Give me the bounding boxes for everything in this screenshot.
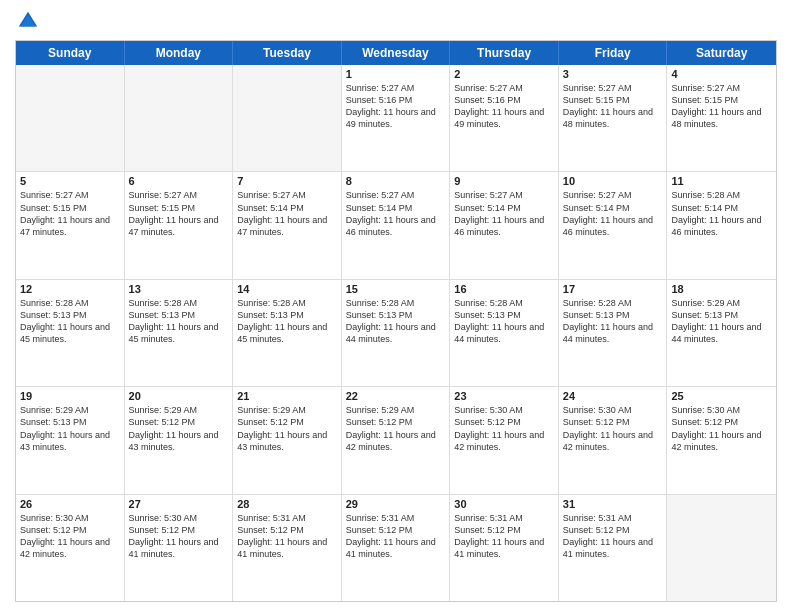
calendar-cell: 14Sunrise: 5:28 AMSunset: 5:13 PMDayligh… (233, 280, 342, 386)
calendar-cell: 12Sunrise: 5:28 AMSunset: 5:13 PMDayligh… (16, 280, 125, 386)
day-number: 30 (454, 498, 554, 510)
day-number: 13 (129, 283, 229, 295)
calendar-cell: 2Sunrise: 5:27 AMSunset: 5:16 PMDaylight… (450, 65, 559, 171)
cell-text: Sunrise: 5:29 AMSunset: 5:12 PMDaylight:… (346, 404, 446, 453)
calendar-cell: 18Sunrise: 5:29 AMSunset: 5:13 PMDayligh… (667, 280, 776, 386)
calendar-cell: 28Sunrise: 5:31 AMSunset: 5:12 PMDayligh… (233, 495, 342, 601)
day-number: 9 (454, 175, 554, 187)
calendar-row: 1Sunrise: 5:27 AMSunset: 5:16 PMDaylight… (16, 65, 776, 172)
day-number: 8 (346, 175, 446, 187)
cell-text: Sunrise: 5:28 AMSunset: 5:13 PMDaylight:… (563, 297, 663, 346)
calendar: SundayMondayTuesdayWednesdayThursdayFrid… (15, 40, 777, 602)
calendar-cell: 17Sunrise: 5:28 AMSunset: 5:13 PMDayligh… (559, 280, 668, 386)
day-number: 28 (237, 498, 337, 510)
cell-text: Sunrise: 5:30 AMSunset: 5:12 PMDaylight:… (129, 512, 229, 561)
page: SundayMondayTuesdayWednesdayThursdayFrid… (0, 0, 792, 612)
calendar-cell (667, 495, 776, 601)
cell-text: Sunrise: 5:30 AMSunset: 5:12 PMDaylight:… (454, 404, 554, 453)
calendar-cell: 26Sunrise: 5:30 AMSunset: 5:12 PMDayligh… (16, 495, 125, 601)
day-number: 7 (237, 175, 337, 187)
day-number: 18 (671, 283, 772, 295)
calendar-header-cell: Friday (559, 41, 668, 65)
cell-text: Sunrise: 5:28 AMSunset: 5:13 PMDaylight:… (129, 297, 229, 346)
cell-text: Sunrise: 5:27 AMSunset: 5:14 PMDaylight:… (563, 189, 663, 238)
calendar-cell: 24Sunrise: 5:30 AMSunset: 5:12 PMDayligh… (559, 387, 668, 493)
calendar-cell: 23Sunrise: 5:30 AMSunset: 5:12 PMDayligh… (450, 387, 559, 493)
cell-text: Sunrise: 5:31 AMSunset: 5:12 PMDaylight:… (346, 512, 446, 561)
day-number: 16 (454, 283, 554, 295)
day-number: 19 (20, 390, 120, 402)
day-number: 27 (129, 498, 229, 510)
calendar-cell: 30Sunrise: 5:31 AMSunset: 5:12 PMDayligh… (450, 495, 559, 601)
calendar-header-cell: Tuesday (233, 41, 342, 65)
cell-text: Sunrise: 5:30 AMSunset: 5:12 PMDaylight:… (563, 404, 663, 453)
cell-text: Sunrise: 5:28 AMSunset: 5:13 PMDaylight:… (237, 297, 337, 346)
calendar-header-cell: Sunday (16, 41, 125, 65)
calendar-body: 1Sunrise: 5:27 AMSunset: 5:16 PMDaylight… (16, 65, 776, 601)
calendar-cell: 5Sunrise: 5:27 AMSunset: 5:15 PMDaylight… (16, 172, 125, 278)
day-number: 1 (346, 68, 446, 80)
cell-text: Sunrise: 5:27 AMSunset: 5:15 PMDaylight:… (671, 82, 772, 131)
cell-text: Sunrise: 5:31 AMSunset: 5:12 PMDaylight:… (563, 512, 663, 561)
cell-text: Sunrise: 5:27 AMSunset: 5:16 PMDaylight:… (346, 82, 446, 131)
logo-icon (17, 10, 39, 32)
calendar-cell: 11Sunrise: 5:28 AMSunset: 5:14 PMDayligh… (667, 172, 776, 278)
day-number: 22 (346, 390, 446, 402)
cell-text: Sunrise: 5:27 AMSunset: 5:15 PMDaylight:… (129, 189, 229, 238)
calendar-cell (233, 65, 342, 171)
cell-text: Sunrise: 5:28 AMSunset: 5:14 PMDaylight:… (671, 189, 772, 238)
calendar-cell: 8Sunrise: 5:27 AMSunset: 5:14 PMDaylight… (342, 172, 451, 278)
day-number: 3 (563, 68, 663, 80)
day-number: 14 (237, 283, 337, 295)
cell-text: Sunrise: 5:28 AMSunset: 5:13 PMDaylight:… (346, 297, 446, 346)
header (15, 10, 777, 32)
calendar-header-cell: Saturday (667, 41, 776, 65)
cell-text: Sunrise: 5:31 AMSunset: 5:12 PMDaylight:… (454, 512, 554, 561)
cell-text: Sunrise: 5:27 AMSunset: 5:15 PMDaylight:… (563, 82, 663, 131)
cell-text: Sunrise: 5:27 AMSunset: 5:15 PMDaylight:… (20, 189, 120, 238)
calendar-header: SundayMondayTuesdayWednesdayThursdayFrid… (16, 41, 776, 65)
calendar-row: 5Sunrise: 5:27 AMSunset: 5:15 PMDaylight… (16, 172, 776, 279)
calendar-cell: 4Sunrise: 5:27 AMSunset: 5:15 PMDaylight… (667, 65, 776, 171)
calendar-header-cell: Thursday (450, 41, 559, 65)
day-number: 25 (671, 390, 772, 402)
cell-text: Sunrise: 5:29 AMSunset: 5:12 PMDaylight:… (237, 404, 337, 453)
calendar-cell: 31Sunrise: 5:31 AMSunset: 5:12 PMDayligh… (559, 495, 668, 601)
day-number: 11 (671, 175, 772, 187)
calendar-cell: 21Sunrise: 5:29 AMSunset: 5:12 PMDayligh… (233, 387, 342, 493)
calendar-header-cell: Monday (125, 41, 234, 65)
day-number: 20 (129, 390, 229, 402)
calendar-row: 19Sunrise: 5:29 AMSunset: 5:13 PMDayligh… (16, 387, 776, 494)
cell-text: Sunrise: 5:28 AMSunset: 5:13 PMDaylight:… (20, 297, 120, 346)
calendar-header-cell: Wednesday (342, 41, 451, 65)
cell-text: Sunrise: 5:27 AMSunset: 5:14 PMDaylight:… (346, 189, 446, 238)
day-number: 17 (563, 283, 663, 295)
day-number: 6 (129, 175, 229, 187)
day-number: 2 (454, 68, 554, 80)
calendar-cell: 3Sunrise: 5:27 AMSunset: 5:15 PMDaylight… (559, 65, 668, 171)
day-number: 15 (346, 283, 446, 295)
calendar-row: 12Sunrise: 5:28 AMSunset: 5:13 PMDayligh… (16, 280, 776, 387)
cell-text: Sunrise: 5:31 AMSunset: 5:12 PMDaylight:… (237, 512, 337, 561)
calendar-cell: 13Sunrise: 5:28 AMSunset: 5:13 PMDayligh… (125, 280, 234, 386)
calendar-cell: 9Sunrise: 5:27 AMSunset: 5:14 PMDaylight… (450, 172, 559, 278)
calendar-cell: 7Sunrise: 5:27 AMSunset: 5:14 PMDaylight… (233, 172, 342, 278)
calendar-cell: 10Sunrise: 5:27 AMSunset: 5:14 PMDayligh… (559, 172, 668, 278)
cell-text: Sunrise: 5:30 AMSunset: 5:12 PMDaylight:… (20, 512, 120, 561)
day-number: 4 (671, 68, 772, 80)
day-number: 5 (20, 175, 120, 187)
calendar-cell: 27Sunrise: 5:30 AMSunset: 5:12 PMDayligh… (125, 495, 234, 601)
logo (15, 10, 39, 32)
calendar-cell: 22Sunrise: 5:29 AMSunset: 5:12 PMDayligh… (342, 387, 451, 493)
cell-text: Sunrise: 5:30 AMSunset: 5:12 PMDaylight:… (671, 404, 772, 453)
cell-text: Sunrise: 5:27 AMSunset: 5:14 PMDaylight:… (454, 189, 554, 238)
calendar-cell: 25Sunrise: 5:30 AMSunset: 5:12 PMDayligh… (667, 387, 776, 493)
calendar-cell (125, 65, 234, 171)
day-number: 21 (237, 390, 337, 402)
day-number: 12 (20, 283, 120, 295)
calendar-cell: 15Sunrise: 5:28 AMSunset: 5:13 PMDayligh… (342, 280, 451, 386)
calendar-cell: 1Sunrise: 5:27 AMSunset: 5:16 PMDaylight… (342, 65, 451, 171)
day-number: 26 (20, 498, 120, 510)
calendar-cell: 16Sunrise: 5:28 AMSunset: 5:13 PMDayligh… (450, 280, 559, 386)
cell-text: Sunrise: 5:29 AMSunset: 5:13 PMDaylight:… (671, 297, 772, 346)
